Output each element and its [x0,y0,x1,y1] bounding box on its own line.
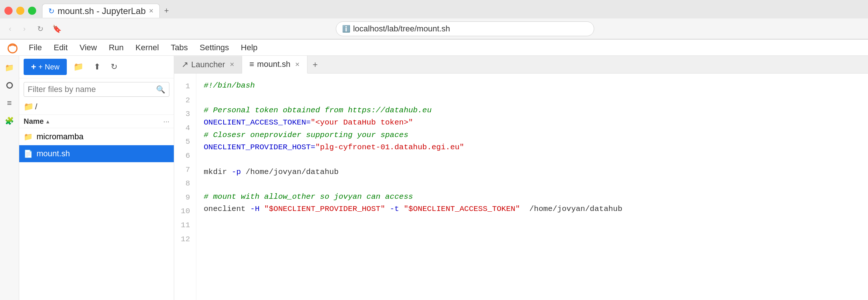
code-editor[interactable]: 1 2 3 4 5 6 7 8 9 10 11 12 #!/bin/bash # [174,74,868,300]
url-text: localhost/lab/tree/mount.sh [353,24,450,34]
menu-file[interactable]: File [24,41,47,55]
tab-bar: ↻ mount.sh - JupyterLab ✕ + [0,0,868,18]
file-list-header: Name ▲ ··· [19,115,174,128]
code-line-8: mkdir -p /home/jovyan/datahub [204,166,861,178]
tab-mount-sh-label: mount.sh [257,59,291,69]
browser-tab-active[interactable]: ↻ mount.sh - JupyterLab ✕ [42,4,160,18]
new-folder-icon: 📁 [73,62,83,71]
code-line-7 [204,154,861,166]
menu-bar: File Edit View Run Kernel Tabs Settings … [0,40,868,56]
sort-icon: ▲ [45,119,50,125]
code-line-11: oneclient -H "$ONECLIENT_PROVIDER_HOST" … [204,203,861,215]
sidebar-item-files[interactable]: 📁 [2,60,17,75]
main-content: 📁 ≡ 🧩 + + New 📁 [0,56,868,300]
jupyterlab-app: File Edit View Run Kernel Tabs Settings … [0,40,868,300]
sidebar-item-extensions[interactable]: 🧩 [2,113,17,128]
code-line-12 [204,215,861,228]
search-icon: 🔍 [156,85,165,94]
menu-run[interactable]: Run [104,41,129,55]
file-panel-toolbar: + + New 📁 ⬆ ↻ [19,56,174,78]
tab-mount-sh[interactable]: ≡ mount.sh ✕ [242,56,307,74]
new-button-label: + New [38,63,59,71]
file-panel: + + New 📁 ⬆ ↻ 🔍 📁 [19,56,174,300]
file-row-mount-sh[interactable]: 📄 mount.sh [19,145,174,162]
file-list: 📁 micromamba 📄 mount.sh [19,128,174,300]
menu-tabs[interactable]: Tabs [166,41,193,55]
forward-button[interactable]: › [20,23,29,34]
code-line-6: ONECLIENT_PROVIDER_HOST="plg-cyfronet-01… [204,141,861,154]
code-line-10: # mount with allow_other so jovyan can a… [204,191,861,203]
breadcrumb-folder-icon: 📁 [24,102,34,112]
file-icon: ≡ [249,59,254,69]
code-line-3: # Personal token obtained from https://d… [204,104,861,117]
bookmark-button[interactable]: 🔖 [52,24,62,33]
tab-launcher[interactable]: ↗ Launcher ✕ [174,56,242,73]
sidebar-item-running[interactable] [2,78,17,93]
upload-button[interactable]: ⬆ [90,60,104,74]
search-input[interactable] [28,85,153,94]
sidebar-icon-panel: 📁 ≡ 🧩 [0,56,19,300]
new-launcher-button[interactable]: + + New [24,59,67,75]
name-column-label: Name [24,117,44,126]
circle-icon [6,82,13,89]
list-icon: ≡ [7,98,12,108]
tab-title: mount.sh - JupyterLab [58,6,146,16]
jupyterlab-logo [6,41,19,54]
code-line-4: ONECLIENT_ACCESS_TOKEN="<your DataHub to… [204,116,861,129]
folder-icon: 📁 [5,63,14,72]
actions-column: ··· [163,117,169,126]
search-container: 🔍 [19,78,174,100]
code-line-1: #!/bin/bash [204,79,861,92]
code-line-5: # Closesr oneprovider supporting your sp… [204,129,861,142]
new-tab-button[interactable]: + [161,4,172,17]
menu-settings[interactable]: Settings [194,41,234,55]
address-bar[interactable]: ℹ️ localhost/lab/tree/mount.sh [336,21,594,36]
sidebar-item-commands[interactable]: ≡ [2,96,17,110]
launcher-icon: ↗ [182,60,188,69]
tab-launcher-close[interactable]: ✕ [230,61,234,68]
minimize-window-button[interactable] [16,7,24,15]
back-button[interactable]: ‹ [6,23,14,34]
browser-chrome: ↻ mount.sh - JupyterLab ✕ + ‹ › ↻ 🔖 ℹ️ l… [0,0,868,40]
close-window-button[interactable] [4,7,13,15]
refresh-button[interactable]: ↻ [107,60,121,74]
plus-icon: + [31,62,36,72]
refresh-icon: ↻ [111,62,117,71]
menu-kernel[interactable]: Kernel [130,41,164,55]
code-line-9 [204,178,861,191]
security-icon: ℹ️ [342,25,350,33]
new-folder-button[interactable]: 📁 [70,60,87,74]
breadcrumb-path: / [35,102,37,112]
add-tab-button[interactable]: + [307,57,323,73]
file-row-micromamba[interactable]: 📁 micromamba [19,128,174,145]
folder-icon: 📁 [24,132,33,141]
search-input-wrap[interactable]: 🔍 [24,82,169,97]
code-content[interactable]: #!/bin/bash # Personal token obtained fr… [196,74,868,300]
maximize-window-button[interactable] [28,7,36,15]
file-name-micromamba: micromamba [37,132,169,142]
editor-tabs: ↗ Launcher ✕ ≡ mount.sh ✕ + [174,56,868,74]
name-column-header[interactable]: Name ▲ [24,117,163,126]
file-icon: 📄 [24,149,33,158]
traffic-lights [4,7,36,15]
tab-close-button[interactable]: ✕ [149,7,154,14]
editor-area: ↗ Launcher ✕ ≡ mount.sh ✕ + 1 2 3 4 5 [174,56,868,300]
nav-bar: ‹ › ↻ 🔖 ℹ️ localhost/lab/tree/mount.sh [0,18,868,39]
line-numbers: 1 2 3 4 5 6 7 8 9 10 11 12 [174,74,196,300]
tab-mount-sh-close[interactable]: ✕ [295,61,300,68]
code-line-2 [204,92,861,104]
tab-launcher-label: Launcher [191,60,225,69]
breadcrumb: 📁 / [19,100,174,115]
file-name-mount-sh: mount.sh [37,149,169,158]
upload-icon: ⬆ [94,62,100,71]
puzzle-icon: 🧩 [5,116,14,125]
menu-edit[interactable]: Edit [48,41,73,55]
menu-help[interactable]: Help [236,41,263,55]
tab-spinner-icon: ↻ [48,7,55,16]
menu-view[interactable]: View [74,41,102,55]
reload-button[interactable]: ↻ [34,23,46,35]
